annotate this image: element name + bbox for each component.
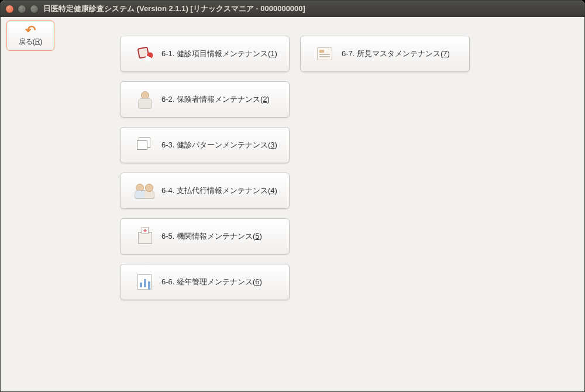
titlebar: 日医特定健康診査システム (Version 2.1.1) [リナックスマニア -…	[1, 1, 584, 17]
menu-item-label: 6-4. 支払代行情報メンテナンス(4)	[161, 185, 277, 196]
form-icon	[316, 45, 333, 63]
menu-item-6-5[interactable]: 6-5. 機関情報メンテナンス(5)	[120, 218, 290, 255]
close-icon[interactable]	[5, 5, 14, 13]
menu-item-label: 6-1. 健診項目情報メンテナンス(1)	[161, 49, 277, 59]
menu-item-6-6[interactable]: 6-6. 経年管理メンテナンス(6)	[120, 264, 290, 300]
minimize-icon[interactable]	[18, 5, 26, 13]
maximize-icon[interactable]	[30, 5, 39, 13]
menu-item-label: 6-3. 健診パターンメンテナンス(3)	[161, 140, 277, 150]
menu-column-right: 6-7. 所見マスタメンテナンス(7)	[300, 36, 470, 300]
client-area: ↶ 戻る(R) 6-1. 健診項目情報メンテナンス(1) 6-2. 保険者情報メ…	[1, 17, 584, 391]
menu-area: 6-1. 健診項目情報メンテナンス(1) 6-2. 保険者情報メンテナンス(2)…	[3, 20, 582, 300]
menu-item-6-2[interactable]: 6-2. 保険者情報メンテナンス(2)	[120, 81, 290, 118]
menu-item-label: 6-7. 所見マスタメンテナンス(7)	[342, 49, 450, 59]
menu-column-left: 6-1. 健診項目情報メンテナンス(1) 6-2. 保険者情報メンテナンス(2)…	[120, 36, 290, 300]
menu-item-label: 6-2. 保険者情報メンテナンス(2)	[161, 94, 270, 105]
chart-icon	[136, 273, 153, 291]
menu-item-6-4[interactable]: 6-4. 支払代行情報メンテナンス(4)	[120, 173, 290, 209]
two-people-icon	[136, 182, 153, 200]
menu-item-label: 6-5. 機関情報メンテナンス(5)	[161, 231, 262, 242]
hospital-icon	[136, 228, 153, 245]
undo-icon: ↶	[25, 25, 36, 36]
menu-item-label: 6-6. 経年管理メンテナンス(6)	[161, 277, 262, 287]
back-button[interactable]: ↶ 戻る(R)	[6, 20, 54, 51]
window-controls	[5, 5, 39, 13]
app-window: 日医特定健康診査システム (Version 2.1.1) [リナックスマニア -…	[0, 0, 585, 392]
menu-item-6-3[interactable]: 6-3. 健診パターンメンテナンス(3)	[120, 127, 290, 163]
menu-item-6-7[interactable]: 6-7. 所見マスタメンテナンス(7)	[300, 36, 470, 72]
person-icon	[136, 91, 153, 108]
windows-icon	[136, 136, 153, 154]
meds-icon	[136, 45, 153, 63]
back-button-label: 戻る(R)	[19, 37, 43, 47]
window-title: 日医特定健康診査システム (Version 2.1.1) [リナックスマニア -…	[43, 4, 305, 14]
menu-item-6-1[interactable]: 6-1. 健診項目情報メンテナンス(1)	[120, 36, 290, 72]
